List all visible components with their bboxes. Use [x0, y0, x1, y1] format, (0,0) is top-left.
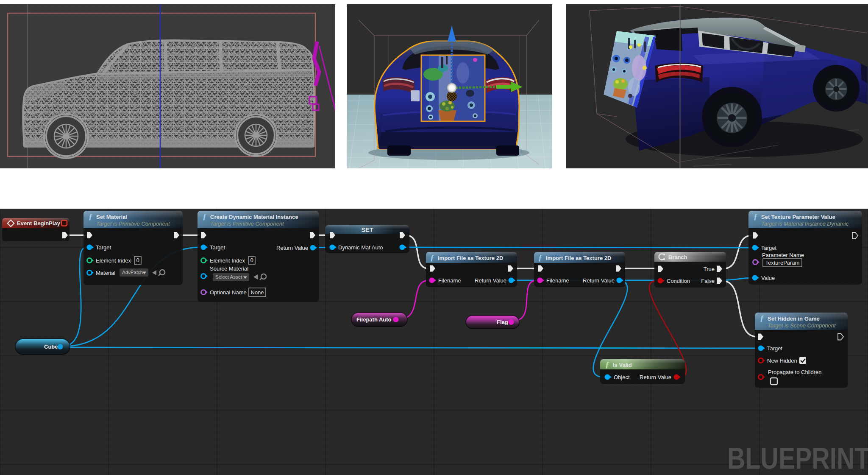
svg-text:Return Value: Return Value: [276, 245, 308, 251]
svg-text:Cube: Cube: [44, 344, 58, 350]
svg-text:AdvPatch: AdvPatch: [122, 270, 143, 275]
svg-text:0: 0: [136, 257, 139, 263]
svg-text:Source Material: Source Material: [210, 265, 248, 272]
svg-text:Target: Target: [96, 244, 111, 251]
svg-text:Return Value: Return Value: [583, 277, 615, 284]
svg-text:Branch: Branch: [668, 254, 687, 260]
svg-text:ƒ: ƒ: [89, 212, 93, 221]
svg-text:Return Value: Return Value: [640, 374, 671, 380]
svg-text:None: None: [250, 289, 264, 296]
svg-text:Target: Target: [761, 245, 777, 251]
svg-text:Set Texture Parameter Value: Set Texture Parameter Value: [761, 214, 835, 220]
svg-text:Filename: Filename: [438, 277, 461, 284]
svg-text:ƒ: ƒ: [203, 212, 207, 221]
svg-text:ƒ: ƒ: [760, 314, 764, 323]
svg-text:Return Value: Return Value: [475, 277, 506, 284]
svg-text:ƒ: ƒ: [605, 360, 609, 369]
svg-text:True: True: [704, 266, 715, 272]
svg-text:Filename: Filename: [546, 277, 569, 284]
svg-text:TextureParam: TextureParam: [765, 260, 800, 266]
svg-text:Set Material: Set Material: [96, 214, 127, 220]
svg-text:Object: Object: [614, 374, 630, 380]
svg-text:Event BeginPlay: Event BeginPlay: [17, 220, 61, 226]
svg-text:Select Asset: Select Asset: [215, 274, 242, 279]
svg-text:Value: Value: [761, 275, 775, 281]
svg-text:Element Index: Element Index: [96, 257, 131, 264]
svg-text:ƒ: ƒ: [754, 212, 758, 221]
svg-text:Target: Target: [210, 244, 225, 251]
svg-text:Optional Name: Optional Name: [210, 289, 247, 296]
svg-text:Create Dynamic Material Instan: Create Dynamic Material Instance: [210, 214, 298, 220]
svg-text:Parameter Name: Parameter Name: [762, 252, 804, 258]
svg-text:0: 0: [250, 257, 253, 263]
svg-text:ƒ: ƒ: [538, 253, 542, 262]
svg-text:Import File as Texture 2D: Import File as Texture 2D: [546, 255, 611, 261]
svg-text:Set Hidden in Game: Set Hidden in Game: [768, 316, 820, 322]
svg-text:Target is Primitive Component: Target is Primitive Component: [96, 221, 170, 227]
svg-text:Dynamic Mat Auto: Dynamic Mat Auto: [338, 244, 383, 251]
svg-text:Material: Material: [96, 270, 115, 276]
svg-text:Element Index: Element Index: [210, 257, 245, 264]
svg-text:ƒ: ƒ: [430, 253, 434, 262]
svg-text:BLUEPRINT: BLUEPRINT: [727, 441, 868, 475]
svg-text:Import File as Texture 2D: Import File as Texture 2D: [438, 255, 503, 261]
svg-text:SET: SET: [361, 226, 373, 233]
svg-text:Target is Scene Component: Target is Scene Component: [768, 322, 836, 329]
svg-text:Is Valid: Is Valid: [613, 362, 632, 368]
svg-text:Target is Material Instance Dy: Target is Material Instance Dynamic: [761, 221, 849, 227]
svg-text:Target: Target: [767, 345, 783, 352]
svg-text:New Hidden: New Hidden: [767, 358, 797, 364]
svg-text:Target is Primitive Component: Target is Primitive Component: [210, 221, 284, 227]
svg-text:Condition: Condition: [667, 278, 690, 284]
svg-text:Propagate to Children: Propagate to Children: [768, 369, 821, 375]
svg-text:False: False: [701, 278, 715, 284]
svg-text:Filepath Auto: Filepath Auto: [356, 316, 392, 323]
svg-text:Flag: Flag: [497, 319, 508, 325]
